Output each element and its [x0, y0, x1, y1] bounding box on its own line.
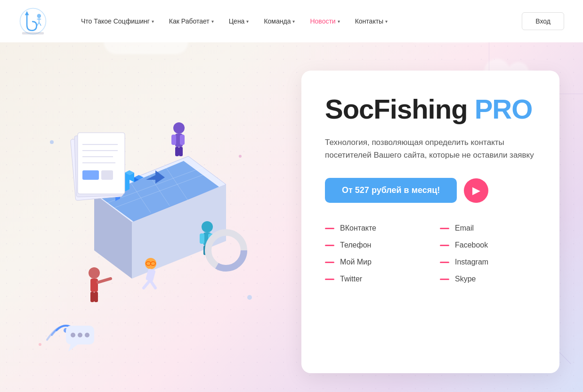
- feature-dash-icon: [440, 228, 449, 229]
- nav-item-team[interactable]: Команда ▾: [258, 14, 300, 29]
- nav-links: Что Такое Соцфишинг ▾ Как Работает ▾ Цен…: [75, 14, 522, 29]
- hero-cta: От 527 рублей в месяц! ▶: [325, 178, 536, 203]
- feature-telefon: Телефон: [325, 241, 421, 249]
- feature-vkontakte: ВКонтакте: [325, 224, 421, 232]
- feature-instagram: Instagram: [440, 258, 536, 266]
- svg-marker-59: [68, 344, 78, 352]
- nav-item-what[interactable]: Что Такое Соцфишинг ▾: [75, 14, 160, 29]
- svg-rect-30: [101, 170, 113, 180]
- svg-line-52: [98, 279, 111, 282]
- svg-rect-54: [94, 292, 98, 302]
- svg-rect-53: [90, 292, 94, 302]
- feature-twitter: Twitter: [325, 275, 421, 283]
- feature-dash-icon: [325, 228, 334, 229]
- cta-button[interactable]: От 527 рублей в месяц!: [325, 178, 457, 203]
- chevron-down-icon: ▾: [292, 19, 295, 24]
- svg-rect-39: [200, 233, 204, 244]
- features-grid: ВКонтакте Email Телефон Facebook Мой Мир: [325, 224, 536, 283]
- feature-dash-icon: [325, 279, 334, 280]
- chevron-down-icon: ▾: [152, 19, 154, 24]
- chevron-down-icon: ▾: [338, 19, 340, 24]
- hero-illustration: [0, 42, 283, 392]
- svg-point-64: [239, 155, 242, 158]
- svg-point-50: [89, 267, 100, 279]
- feature-dash-icon: [440, 279, 449, 280]
- svg-point-61: [78, 333, 82, 337]
- svg-point-63: [50, 140, 54, 144]
- chevron-down-icon: ▾: [246, 19, 249, 24]
- cta-arrow-button[interactable]: ▶: [464, 178, 488, 203]
- feature-skype: Skype: [440, 275, 536, 283]
- svg-marker-1: [25, 11, 29, 16]
- hero-card: SocFishing PRO Технология, позволяющая о…: [301, 71, 559, 373]
- svg-point-60: [71, 333, 75, 337]
- feature-email: Email: [440, 224, 536, 232]
- logo-icon: [19, 7, 47, 35]
- svg-rect-29: [82, 170, 99, 180]
- hero-title: SocFishing PRO: [325, 94, 536, 124]
- nav-item-price[interactable]: Цена ▾: [223, 14, 255, 29]
- svg-point-37: [202, 221, 213, 232]
- hero-section: SocFishing PRO Технология, позволяющая о…: [0, 42, 583, 392]
- feature-dash-icon: [440, 245, 449, 246]
- nav-item-how[interactable]: Как Работает ▾: [163, 14, 219, 29]
- svg-point-3: [37, 14, 41, 18]
- svg-point-65: [247, 295, 252, 300]
- navbar: Что Такое Соцфишинг ▾ Как Работает ▾ Цен…: [0, 0, 583, 42]
- svg-rect-35: [175, 147, 179, 156]
- svg-point-31: [173, 122, 185, 134]
- svg-rect-33: [171, 135, 176, 145]
- feature-moy-mir: Мой Мир: [325, 258, 421, 266]
- svg-rect-2: [22, 32, 44, 34]
- svg-point-66: [39, 343, 41, 346]
- feature-dash-icon: [325, 262, 334, 263]
- chevron-down-icon: ▾: [211, 19, 214, 24]
- hero-content: SocFishing PRO Технология, позволяющая о…: [283, 42, 583, 392]
- login-button[interactable]: Вход: [522, 12, 564, 30]
- logo[interactable]: [19, 7, 47, 35]
- nav-login: Вход: [522, 12, 564, 30]
- svg-point-62: [85, 333, 89, 337]
- nav-item-contacts[interactable]: Контакты ▾: [349, 14, 393, 29]
- feature-dash-icon: [440, 262, 449, 263]
- svg-rect-36: [179, 147, 183, 156]
- svg-rect-51: [90, 279, 98, 292]
- feature-dash-icon: [325, 245, 334, 246]
- hero-description: Технология, позволяющая определить конта…: [325, 136, 536, 161]
- feature-facebook: Facebook: [440, 241, 536, 249]
- svg-rect-34: [180, 135, 185, 145]
- arrow-right-icon: ▶: [472, 184, 480, 197]
- illustration-area: [0, 42, 283, 392]
- nav-item-news[interactable]: Новости ▾: [304, 14, 345, 29]
- chevron-down-icon: ▾: [385, 19, 388, 24]
- isometric-illustration: [9, 62, 273, 373]
